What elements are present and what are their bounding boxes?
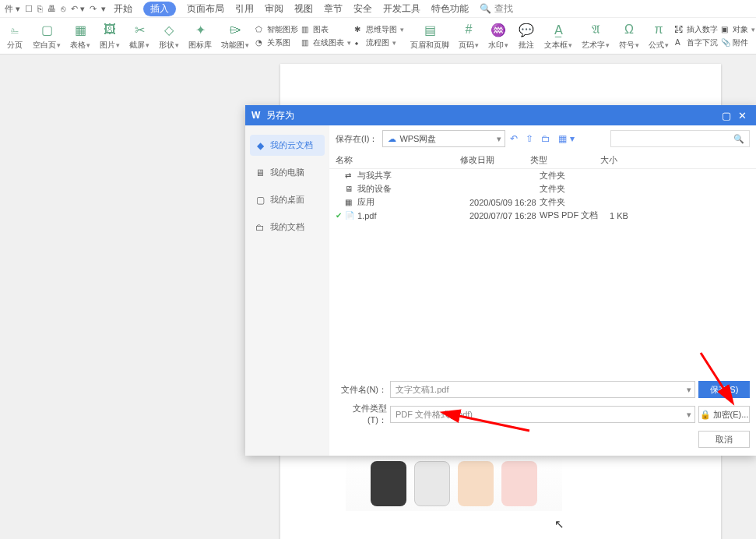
ribbon-insert-number[interactable]: ㉈插入数字 (675, 24, 718, 35)
ribbon-pagenum[interactable]: #页码▾ (455, 19, 482, 52)
ribbon-mindmap[interactable]: ✱思维导图▾ (354, 24, 404, 35)
sidebar-desktop[interactable]: ▢ 我的桌面 (250, 189, 325, 210)
close-button[interactable]: ✕ (734, 110, 750, 122)
quick-icon[interactable]: ☐ (25, 4, 33, 14)
file-row[interactable]: 🖥我的设备文件夹 (329, 182, 756, 196)
attach-icon: 📎 (721, 38, 730, 48)
search-label[interactable]: 查找 (494, 2, 513, 16)
object-icon: ▣ (721, 25, 730, 34)
col-type[interactable]: 类型 (530, 154, 600, 166)
ribbon-screenshot[interactable]: ✂截屏▾ (126, 19, 153, 52)
ribbon-shape[interactable]: ◇形状▾ (156, 19, 182, 52)
sidebar-cloud-docs[interactable]: ◆ 我的云文档 (250, 135, 325, 156)
col-size[interactable]: 大小 (600, 154, 663, 166)
ribbon-dropcap[interactable]: A首字下沉 (675, 37, 718, 48)
search-icon[interactable]: 🔍 (480, 3, 491, 14)
nav-up-icon[interactable]: ⇧ (526, 133, 533, 144)
document-image (346, 452, 562, 511)
filetype-value: PDF 文件格式(*.pdf) (396, 409, 473, 421)
quick-icon[interactable]: ↶ ▾ (71, 4, 85, 14)
phone-white (414, 461, 450, 506)
ribbon-blank[interactable]: ▢空白页▾ (30, 19, 64, 52)
ribbon-symbol[interactable]: Ω符号▾ (616, 19, 642, 52)
ribbon-attach[interactable]: 📎附件 (721, 37, 755, 48)
location-label: 保存在(I)： (336, 133, 378, 145)
ribbon-smart-shape[interactable]: ⬠智能图形 (255, 24, 298, 35)
ribbon-page-sep[interactable]: ⎁分页 (3, 19, 26, 52)
ribbon-header-footer[interactable]: ▤页眉和页脚 (407, 19, 452, 52)
quick-access: 件 ▾ ☐ ⎘ 🖶 ⎋ ↶ ▾ ↷ ▾ (5, 3, 106, 15)
sidebar-item-label: 我的电脑 (270, 167, 304, 178)
ribbon-object[interactable]: ▣对象▾ (721, 24, 755, 35)
location-value: WPS网盘 (399, 133, 436, 145)
new-folder-icon[interactable]: 🗀 (541, 133, 550, 144)
ribbon-funcpic[interactable]: ⌲功能图▾ (218, 19, 252, 52)
tab-chapter[interactable]: 章节 (324, 2, 343, 16)
tab-insert[interactable]: 插入 (143, 2, 176, 16)
ribbon-artword[interactable]: 𝔄艺术字▾ (578, 19, 613, 52)
symbol-icon: Ω (621, 21, 638, 38)
maximize-button[interactable]: ▢ (719, 110, 734, 122)
ribbon-iconlib[interactable]: ✦图标库 (185, 19, 215, 52)
save-as-dialog: W 另存为 ▢ ✕ ◆ 我的云文档 🖥 我的电脑 ▢ 我的桌面 🗀 我的文档 (245, 105, 756, 456)
file-row[interactable]: ⇄与我共享文件夹 (329, 169, 756, 182)
dialog-sidebar: ◆ 我的云文档 🖥 我的电脑 ▢ 我的桌面 🗀 我的文档 (245, 125, 329, 456)
col-date[interactable]: 修改日期 (460, 154, 530, 166)
page-break-icon: ⎁ (6, 21, 23, 38)
ribbon-flowchart[interactable]: ⬥流程图▾ (354, 37, 404, 48)
quick-icon[interactable]: ▾ (101, 4, 106, 14)
file-name: 与我共享 (357, 170, 469, 181)
tab-special[interactable]: 特色功能 (431, 2, 469, 16)
sidebar-item-label: 我的桌面 (270, 194, 304, 206)
tab-devtool[interactable]: 开发工具 (383, 2, 420, 16)
tab-ref[interactable]: 引用 (235, 2, 254, 16)
sidebar-computer[interactable]: 🖥 我的电脑 (250, 162, 325, 183)
nav-back-icon[interactable]: ↶ (510, 133, 518, 144)
encrypt-button[interactable]: 🔒 加密(E)... (698, 406, 750, 423)
file-row[interactable]: ✔📄1.pdf2020/07/07 16:28WPS PDF 文档1 KB (329, 209, 756, 222)
computer-icon: 🖥 (255, 167, 265, 178)
ribbon-online-chart[interactable]: ▥在线图表▾ (301, 37, 351, 48)
location-dropdown[interactable]: ☁ WPS网盘 ▾ (382, 130, 505, 147)
ribbon-formula[interactable]: π公式▾ (645, 19, 672, 52)
file-list[interactable]: ⇄与我共享文件夹🖥我的设备文件夹▦应用2020/05/09 16:28文件夹✔📄… (329, 169, 756, 372)
tab-security[interactable]: 安全 (353, 2, 372, 16)
shape-icon: ◇ (160, 21, 178, 38)
phone-gold (458, 461, 494, 506)
search-icon: 🔍 (733, 134, 744, 144)
chevron-down-icon: ▾ (687, 385, 691, 395)
view-grid-icon[interactable]: ▦ ▾ (558, 133, 574, 144)
ribbon-comment[interactable]: 💬批注 (515, 19, 538, 52)
save-button[interactable]: 保存(S) (698, 381, 750, 398)
ribbon-watermark[interactable]: ♒水印▾ (485, 19, 512, 52)
folder-icon: 🗀 (255, 222, 265, 233)
sidebar-docs[interactable]: 🗀 我的文档 (250, 217, 325, 238)
icon-lib-icon: ✦ (192, 21, 209, 38)
quick-icon[interactable]: 🖶 (47, 4, 56, 13)
file-type: 文件夹 (540, 183, 610, 195)
quick-icon[interactable]: 件 ▾ (5, 3, 20, 15)
ribbon-picture[interactable]: 🖼图片▾ (97, 19, 123, 52)
quick-icon[interactable]: ⎋ (61, 4, 66, 13)
dialog-titlebar[interactable]: W 另存为 ▢ ✕ (245, 105, 756, 125)
cancel-button[interactable]: 取消 (698, 431, 750, 448)
search-field[interactable]: 🔍 (610, 130, 750, 147)
ribbon-chart[interactable]: ▥图表 (301, 24, 351, 35)
ribbon-relation[interactable]: ◔关系图 (255, 37, 298, 48)
ribbon-table[interactable]: ▦表格▾ (67, 19, 93, 52)
tab-start[interactable]: 开始 (114, 2, 132, 16)
col-name[interactable]: 名称 (336, 154, 460, 166)
filename-input[interactable]: 文字文稿1.pdf ▾ (390, 381, 695, 398)
tab-layout[interactable]: 页面布局 (187, 2, 224, 16)
tab-review[interactable]: 审阅 (265, 2, 283, 16)
tab-view[interactable]: 视图 (294, 2, 313, 16)
quick-icon[interactable]: ↷ (90, 4, 97, 14)
quick-icon[interactable]: ⎘ (37, 4, 43, 13)
filetype-dropdown[interactable]: PDF 文件格式(*.pdf) ▾ (390, 406, 695, 423)
file-columns-header: 名称 修改日期 类型 大小 (329, 152, 756, 169)
ribbon-textbox[interactable]: A̲文本框▾ (541, 19, 575, 52)
smart-shape-icon: ⬠ (255, 25, 265, 34)
filetype-label: 文件类型(T)： (336, 403, 387, 426)
file-row[interactable]: ▦应用2020/05/09 16:28文件夹 (329, 196, 756, 209)
relation-icon: ◔ (255, 38, 265, 48)
